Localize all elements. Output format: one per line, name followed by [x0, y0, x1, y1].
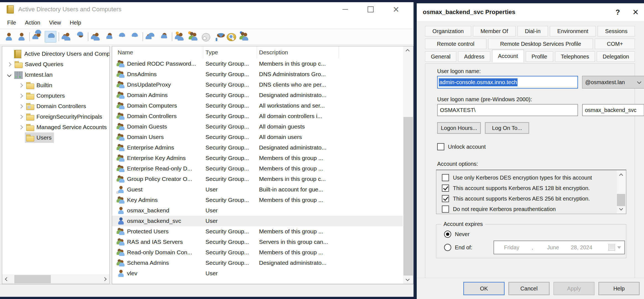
- account-option[interactable]: This account supports Kerberos AES 128 b…: [436, 183, 626, 193]
- pre2000-name-input[interactable]: osmax_backend_svc: [582, 104, 644, 116]
- tab[interactable]: Sessions: [598, 26, 635, 36]
- menu-item[interactable]: File: [7, 20, 16, 26]
- menu-item[interactable]: Action: [25, 20, 40, 26]
- back-button[interactable]: [3, 31, 14, 42]
- new-group-button[interactable]: [187, 31, 199, 42]
- table-row[interactable]: Domain Guests Security Group... All doma…: [112, 121, 403, 132]
- tab[interactable]: Delegation: [597, 51, 635, 62]
- expiry-date-picker[interactable]: Friday , June 28, 2024: [493, 241, 625, 254]
- chevron-icon[interactable]: [5, 60, 13, 68]
- pre2000-domain-input[interactable]: OSMAXTEST\: [437, 104, 578, 116]
- account-option[interactable]: Do not require Kerberos preauthenticatio…: [436, 204, 626, 214]
- column-header-name[interactable]: Name: [112, 46, 203, 58]
- never-radio[interactable]: [444, 231, 451, 238]
- table-row[interactable]: Enterprise Read-only D... Security Group…: [112, 163, 403, 174]
- option-checkbox[interactable]: [442, 195, 449, 202]
- table-row[interactable]: Read-only Domain Con... Security Group..…: [112, 247, 403, 258]
- minimize-button[interactable]: [341, 5, 350, 14]
- find-button[interactable]: [225, 31, 237, 42]
- tree-item[interactable]: Active Directory Users and Computers: [2, 49, 109, 59]
- table-row[interactable]: Enterprise Admins Security Group... Desi…: [112, 142, 403, 153]
- help-button[interactable]: [145, 31, 157, 42]
- close-button[interactable]: [391, 5, 401, 14]
- tab[interactable]: COM+: [595, 39, 635, 49]
- tree-item[interactable]: Computers: [2, 90, 109, 101]
- column-header-description[interactable]: Description: [257, 46, 339, 58]
- end-of-radio[interactable]: [444, 244, 451, 251]
- tab[interactable]: Remote Desktop Services Profile: [488, 39, 593, 49]
- scroll-down-icon[interactable]: [617, 204, 625, 213]
- tree-item[interactable]: Users: [2, 132, 109, 143]
- apply-button[interactable]: Apply: [553, 282, 595, 295]
- tab[interactable]: Address: [458, 51, 490, 62]
- scroll-down-icon[interactable]: [403, 275, 412, 283]
- tree-item[interactable]: Managed Service Accounts: [2, 122, 109, 132]
- unlock-account-checkbox[interactable]: [437, 143, 444, 150]
- scrollbar-thumb[interactable]: [14, 275, 51, 283]
- tab[interactable]: Account: [492, 50, 524, 62]
- table-row[interactable]: Schema Admins Security Group... Designat…: [112, 258, 403, 268]
- table-row[interactable]: Domain Admins Security Group... Designat…: [112, 90, 403, 100]
- cut-button[interactable]: [61, 31, 73, 42]
- logon-hours-button[interactable]: Logon Hours...: [437, 122, 481, 134]
- export-list-button[interactable]: [129, 31, 140, 42]
- properties-button[interactable]: [103, 31, 115, 42]
- paste-button[interactable]: [74, 31, 86, 42]
- account-option[interactable]: This account supports Kerberos AES 256 b…: [436, 193, 626, 204]
- table-row[interactable]: Enterprise Key Admins Security Group... …: [112, 153, 403, 163]
- tab[interactable]: Environment: [550, 26, 596, 36]
- help-button[interactable]: Help: [598, 282, 640, 295]
- scroll-left-icon[interactable]: [3, 275, 11, 283]
- options-scrollbar[interactable]: [617, 171, 625, 213]
- chevron-icon[interactable]: [5, 71, 13, 79]
- menu-item[interactable]: Help: [70, 20, 81, 26]
- scrollbar-thumb[interactable]: [403, 117, 413, 276]
- table-row[interactable]: DnsAdmins Security Group... DNS Administ…: [112, 69, 403, 79]
- forward-button[interactable]: [15, 31, 27, 42]
- table-row[interactable]: vlev User: [112, 268, 403, 279]
- tab[interactable]: Dial-in: [518, 26, 548, 36]
- table-row[interactable]: Key Admins Security Group... Members of …: [112, 195, 403, 205]
- tab[interactable]: Member Of: [473, 26, 516, 36]
- tab[interactable]: Telephones: [555, 51, 595, 62]
- tab[interactable]: General: [425, 51, 456, 62]
- maximize-button[interactable]: [366, 5, 375, 14]
- tree-item[interactable]: Builtin: [2, 80, 109, 90]
- tab[interactable]: Remote control: [425, 39, 486, 49]
- change-domain-button[interactable]: [238, 31, 250, 42]
- chevron-icon[interactable]: [17, 134, 25, 142]
- tree-item[interactable]: Domain Controllers: [2, 101, 109, 111]
- show-console-tree-button[interactable]: [45, 31, 56, 42]
- table-row[interactable]: osmax_backend User: [112, 205, 403, 216]
- table-row[interactable]: RAS and IAS Servers Security Group... Se…: [112, 237, 403, 247]
- table-row[interactable]: Protected Users Security Group... Member…: [112, 226, 403, 237]
- table-row[interactable]: Guest User Built-in account for gue...: [112, 184, 403, 195]
- tree-horizontal-scrollbar[interactable]: [2, 274, 109, 284]
- show-window-button[interactable]: [158, 31, 170, 42]
- refresh-button[interactable]: [116, 31, 128, 42]
- table-row[interactable]: osmax_backend_svc User: [112, 216, 403, 226]
- cancel-button[interactable]: Cancel: [508, 282, 550, 295]
- dialog-close-icon[interactable]: ×: [633, 8, 638, 16]
- dialog-help-icon[interactable]: ?: [616, 8, 620, 17]
- chevron-icon[interactable]: [17, 102, 25, 110]
- log-on-to-button[interactable]: Log On To...: [485, 122, 529, 134]
- up-one-level-button[interactable]: [32, 31, 44, 42]
- table-row[interactable]: Domain Controllers Security Group... All…: [112, 111, 403, 121]
- scroll-right-icon[interactable]: [101, 275, 109, 283]
- chevron-icon[interactable]: [17, 92, 25, 100]
- tab[interactable]: Organization: [425, 26, 471, 36]
- chevron-icon[interactable]: [17, 113, 25, 121]
- option-checkbox[interactable]: [442, 185, 449, 192]
- account-option[interactable]: Use only Kerberos DES encryption types f…: [436, 172, 626, 183]
- tree-item[interactable]: ForeignSecurityPrincipals: [2, 111, 109, 122]
- new-org-unit-button[interactable]: [200, 31, 212, 42]
- table-row[interactable]: Denied RODC Password... Security Group..…: [112, 58, 403, 69]
- filter-button[interactable]: [213, 31, 224, 42]
- tree-item[interactable]: Saved Queries: [2, 59, 109, 70]
- table-row[interactable]: Domain Computers Security Group... All w…: [112, 100, 403, 111]
- chevron-icon[interactable]: [17, 81, 25, 89]
- user-logon-name-input[interactable]: admin-console.osmax.inno.tech: [437, 76, 578, 89]
- table-row[interactable]: Domain Users Security Group... All domai…: [112, 132, 403, 142]
- table-row[interactable]: Group Policy Creator O... Security Group…: [112, 174, 403, 184]
